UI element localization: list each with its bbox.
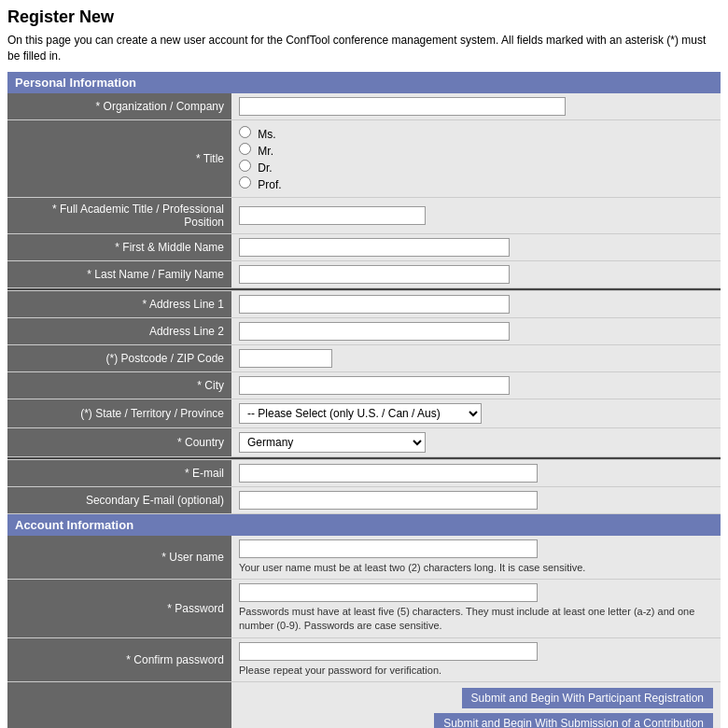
state-cell: -- Please Select (only U.S. / Can / Aus)… — [231, 399, 721, 427]
confirm-password-label: * Confirm password — [7, 637, 231, 681]
city-label: * City — [7, 371, 231, 399]
country-cell: Germany United States Canada Australia U… — [231, 427, 721, 456]
last-name-label: * Last Name / Family Name — [7, 260, 231, 287]
title-ms-label[interactable]: Ms. — [239, 126, 713, 141]
first-name-input[interactable] — [239, 238, 510, 257]
address2-input[interactable] — [239, 322, 510, 341]
state-select[interactable]: -- Please Select (only U.S. / Can / Aus)… — [239, 403, 482, 424]
address1-row: * Address Line 1 — [7, 290, 721, 317]
secondary-email-cell — [231, 486, 721, 513]
personal-info-table: * Organization / Company * Title Ms. Mr.… — [7, 93, 721, 514]
title-row: * Title Ms. Mr. Dr. Prof. — [7, 119, 721, 197]
password-row: * Password Passwords must have at least … — [7, 579, 721, 637]
password-label: * Password — [7, 579, 231, 637]
username-cell: Your user name must be at least two (2) … — [231, 536, 721, 580]
intro-text: On this page you can create a new user a… — [7, 33, 721, 64]
title-mr-label[interactable]: Mr. — [239, 143, 713, 158]
page-title: Register New — [7, 7, 721, 27]
email-row: * E-mail — [7, 459, 721, 486]
city-row: * City — [7, 371, 721, 399]
title-cell: Ms. Mr. Dr. Prof. — [231, 119, 721, 197]
secondary-email-input[interactable] — [239, 491, 538, 510]
state-label: (*) State / Territory / Province — [7, 399, 231, 427]
last-name-cell — [231, 260, 721, 287]
last-name-row: * Last Name / Family Name — [7, 260, 721, 287]
postcode-label: (*) Postcode / ZIP Code — [7, 344, 231, 371]
buttons-cell: Submit and Begin With Participant Regist… — [231, 682, 721, 728]
username-row: * User name Your user name must be at le… — [7, 536, 721, 580]
title-prof-radio[interactable] — [239, 176, 251, 189]
academic-title-row: * Full Academic Title / Professional Pos… — [7, 197, 721, 233]
city-input[interactable] — [239, 376, 510, 395]
first-name-label: * First & Middle Name — [7, 233, 231, 260]
postcode-row: (*) Postcode / ZIP Code — [7, 344, 721, 371]
academic-title-input[interactable] — [239, 206, 426, 225]
organization-row: * Organization / Company — [7, 93, 721, 120]
title-prof-label[interactable]: Prof. — [239, 176, 713, 191]
username-label: * User name — [7, 536, 231, 580]
confirm-password-input[interactable] — [239, 642, 538, 661]
confirm-password-row: * Confirm password Please repeat your pa… — [7, 637, 721, 681]
confirm-password-hint: Please repeat your password for verifica… — [239, 664, 713, 678]
country-label: * Country — [7, 427, 231, 456]
username-hint: Your user name must be at least two (2) … — [239, 561, 713, 575]
account-info-table: * User name Your user name must be at le… — [7, 536, 721, 728]
buttons-label-cell — [7, 682, 231, 728]
username-input[interactable] — [239, 539, 538, 558]
country-select[interactable]: Germany United States Canada Australia U… — [239, 432, 426, 453]
organization-input[interactable] — [239, 97, 566, 116]
title-dr-radio[interactable] — [239, 160, 251, 172]
confirm-password-cell: Please repeat your password for verifica… — [231, 637, 721, 681]
address2-label: Address Line 2 — [7, 317, 231, 344]
title-ms-radio[interactable] — [239, 126, 251, 138]
address2-row: Address Line 2 — [7, 317, 721, 344]
submit-contribution-button[interactable]: Submit and Begin With Submission of a Co… — [434, 713, 713, 728]
password-cell: Passwords must have at least five (5) ch… — [231, 579, 721, 637]
email-input[interactable] — [239, 464, 538, 483]
first-name-cell — [231, 233, 721, 260]
last-name-input[interactable] — [239, 265, 510, 284]
email-label: * E-mail — [7, 459, 231, 486]
state-row: (*) State / Territory / Province -- Plea… — [7, 399, 721, 427]
personal-info-header: Personal Information — [7, 72, 721, 93]
submit-participant-button[interactable]: Submit and Begin With Participant Regist… — [462, 688, 713, 708]
email-cell — [231, 459, 721, 486]
title-mr-radio[interactable] — [239, 143, 251, 155]
postcode-input[interactable] — [239, 349, 332, 368]
title-label: * Title — [7, 119, 231, 197]
address1-input[interactable] — [239, 295, 510, 314]
organization-label: * Organization / Company — [7, 93, 231, 120]
address1-label: * Address Line 1 — [7, 290, 231, 317]
account-info-header: Account Information — [7, 514, 721, 536]
organization-cell — [231, 93, 721, 120]
academic-title-cell — [231, 197, 721, 233]
address1-cell — [231, 290, 721, 317]
postcode-cell — [231, 344, 721, 371]
button-group: Submit and Begin With Participant Regist… — [239, 688, 713, 728]
buttons-row: Submit and Begin With Participant Regist… — [7, 682, 721, 728]
title-dr-label[interactable]: Dr. — [239, 160, 713, 175]
first-name-row: * First & Middle Name — [7, 233, 721, 260]
country-row: * Country Germany United States Canada A… — [7, 427, 721, 456]
address2-cell — [231, 317, 721, 344]
city-cell — [231, 371, 721, 399]
password-hint: Passwords must have at least five (5) ch… — [239, 605, 713, 634]
academic-title-label: * Full Academic Title / Professional Pos… — [7, 197, 231, 233]
secondary-email-row: Secondary E-mail (optional) — [7, 486, 721, 513]
secondary-email-label: Secondary E-mail (optional) — [7, 486, 231, 513]
password-input[interactable] — [239, 583, 538, 602]
title-radio-group: Ms. Mr. Dr. Prof. — [239, 126, 713, 191]
